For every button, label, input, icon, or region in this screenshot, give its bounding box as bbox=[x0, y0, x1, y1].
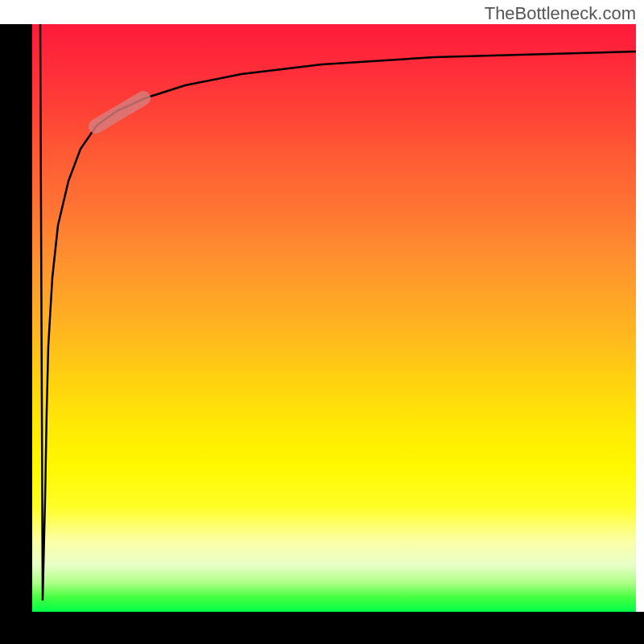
x-axis-bar bbox=[0, 612, 644, 644]
chart-curve-svg bbox=[32, 24, 636, 612]
watermark-text: TheBottleneck.com bbox=[485, 3, 636, 24]
highlight-marker bbox=[96, 98, 143, 126]
chart-container bbox=[32, 24, 636, 612]
y-axis-bar bbox=[0, 24, 32, 612]
